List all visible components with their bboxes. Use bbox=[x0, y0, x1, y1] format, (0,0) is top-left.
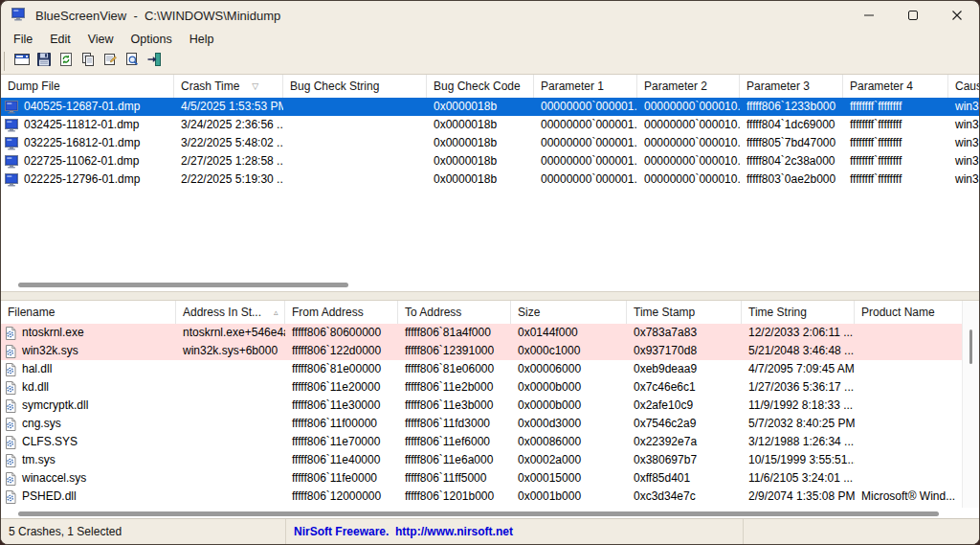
column-header-product-name[interactable]: Product Name bbox=[855, 301, 963, 324]
module-list-header: FilenameAddress In St...▵From AddressTo … bbox=[1, 301, 963, 325]
column-header-parameter-4[interactable]: Parameter 4 bbox=[843, 75, 948, 98]
column-header-address-in-st[interactable]: Address In St...▵ bbox=[176, 301, 285, 324]
column-header-parameter-1[interactable]: Parameter 1 bbox=[534, 75, 637, 98]
toolbar-button-dump-window[interactable] bbox=[11, 51, 33, 72]
column-header-time-stamp[interactable]: Time Stamp bbox=[627, 301, 742, 324]
maximize-button[interactable] bbox=[891, 1, 935, 30]
module-row[interactable]: kd.dllfffff806`11e20000fffff806`11e2b000… bbox=[1, 378, 963, 397]
column-header-label: Parameter 4 bbox=[850, 79, 913, 93]
column-header-dump-file[interactable]: Dump File bbox=[1, 75, 174, 98]
cell-text: cng.sys bbox=[22, 415, 61, 433]
cell-time-stamp: 0x937170d8 bbox=[627, 342, 742, 360]
column-header-bug-check-code[interactable]: Bug Check Code bbox=[427, 75, 534, 98]
cell-dump-file: 022725-11062-01.dmp bbox=[1, 152, 174, 170]
crash-row[interactable]: 032425-11812-01.dmp3/24/2025 2:36:56 ...… bbox=[1, 116, 979, 134]
cell-from-address: fffff806`11e70000 bbox=[285, 433, 398, 451]
module-row[interactable]: CLFS.SYSfffff806`11e70000fffff806`11ef60… bbox=[1, 433, 963, 451]
cell-parameter-4: ffffffff`ffffffff bbox=[843, 134, 948, 152]
menu-item-file[interactable]: File bbox=[5, 31, 41, 48]
module-row[interactable]: PSHED.dllfffff806`12000000fffff806`1201b… bbox=[1, 488, 963, 506]
title-bar: BlueScreenView - C:\WINDOWS\Minidump bbox=[1, 1, 979, 30]
column-header-caus[interactable]: Caus bbox=[948, 75, 979, 98]
minimize-button[interactable] bbox=[847, 1, 891, 30]
close-button[interactable] bbox=[935, 1, 979, 30]
cell-size: 0x0000b000 bbox=[511, 378, 627, 397]
upper-horizontal-scrollbar[interactable] bbox=[1, 279, 979, 291]
lower-vertical-scrollbar[interactable] bbox=[962, 301, 979, 508]
upper-hscroll-thumb[interactable] bbox=[18, 283, 348, 287]
bsod-monitor-icon bbox=[5, 173, 18, 187]
toolbar-button-save[interactable] bbox=[33, 51, 55, 72]
cell-from-address: fffff806`11f00000 bbox=[285, 415, 398, 433]
column-header-size[interactable]: Size bbox=[511, 301, 627, 324]
module-row[interactable]: hal.dllfffff806`81e00000fffff806`81e0600… bbox=[1, 360, 963, 378]
maximize-icon bbox=[908, 7, 918, 24]
sort-indicator-icon: ▵ bbox=[274, 308, 278, 317]
cell-size: 0x00015000 bbox=[511, 469, 627, 488]
cell-bug-check-code: 0x0000018b bbox=[427, 116, 534, 134]
toolbar-button-exit[interactable] bbox=[143, 51, 165, 72]
cell-filename: winaccel.sys bbox=[1, 469, 176, 488]
module-list-pane: FilenameAddress In St...▵From AddressTo … bbox=[1, 301, 979, 508]
column-header-time-string[interactable]: Time String bbox=[742, 301, 855, 324]
cell-size: 0x00006000 bbox=[511, 360, 627, 378]
menu-item-view[interactable]: View bbox=[79, 31, 122, 48]
cell-caus: win32 bbox=[948, 152, 979, 170]
cell-product-name bbox=[855, 433, 965, 451]
cell-time-string: 10/15/1999 3:55:51... bbox=[742, 451, 855, 469]
crash-row[interactable]: 040525-12687-01.dmp4/5/2025 1:53:53 PM0x… bbox=[1, 98, 979, 116]
menu-item-options[interactable]: Options bbox=[122, 31, 181, 48]
column-header-filename[interactable]: Filename bbox=[1, 301, 176, 324]
column-header-parameter-2[interactable]: Parameter 2 bbox=[637, 75, 740, 98]
cell-crash-time: 4/5/2025 1:53:53 PM bbox=[174, 98, 283, 116]
module-row[interactable]: symcryptk.dllfffff806`11e30000fffff806`1… bbox=[1, 397, 963, 415]
module-row[interactable]: ntoskrnl.exentoskrnl.exe+546e4afffff806`… bbox=[1, 324, 963, 342]
column-header-parameter-3[interactable]: Parameter 3 bbox=[740, 75, 843, 98]
column-header-label: Dump File bbox=[8, 79, 60, 93]
lower-vscroll-thumb[interactable] bbox=[969, 329, 972, 364]
toolbar-button-copy[interactable] bbox=[77, 51, 99, 72]
menu-item-help[interactable]: Help bbox=[181, 31, 223, 48]
cell-text: PSHED.dll bbox=[22, 488, 77, 506]
cell-product-name bbox=[855, 324, 965, 342]
pane-splitter[interactable] bbox=[1, 291, 979, 301]
module-row[interactable]: cng.sysfffff806`11f00000fffff806`11fd300… bbox=[1, 415, 963, 433]
cell-address-in-st bbox=[176, 378, 285, 397]
column-header-from-address[interactable]: From Address bbox=[285, 301, 398, 324]
cell-bug-check-code: 0x0000018b bbox=[427, 152, 534, 170]
column-header-crash-time[interactable]: Crash Time▽ bbox=[174, 75, 283, 98]
lower-hscroll-thumb[interactable] bbox=[18, 511, 939, 516]
nirsoft-link[interactable]: NirSoft Freeware. http://www.nirsoft.net bbox=[294, 525, 513, 538]
cell-time-string: 11/9/1992 8:18:33 ... bbox=[742, 397, 855, 415]
toolbar-button-find[interactable] bbox=[121, 51, 143, 72]
cell-to-address: fffff806`11ef6000 bbox=[398, 433, 511, 451]
cell-dump-file: 040525-12687-01.dmp bbox=[1, 98, 174, 116]
cell-text: CLFS.SYS bbox=[22, 433, 78, 451]
cell-from-address: fffff806`11e20000 bbox=[285, 378, 398, 397]
copy-icon bbox=[80, 52, 96, 71]
cell-address-in-st bbox=[176, 397, 285, 415]
crash-row[interactable]: 022725-11062-01.dmp2/27/2025 1:28:58 ...… bbox=[1, 152, 979, 170]
cell-parameter-4: ffffffff`ffffffff bbox=[843, 98, 948, 116]
crash-row[interactable]: 022225-12796-01.dmp2/22/2025 5:19:30 ...… bbox=[1, 170, 979, 189]
toolbar-grip[interactable] bbox=[4, 52, 7, 71]
module-row[interactable]: winaccel.sysfffff806`11fe0000fffff806`11… bbox=[1, 469, 963, 488]
cell-text: 032425-11812-01.dmp bbox=[24, 116, 140, 134]
module-row[interactable]: tm.sysfffff806`11e40000fffff806`11e6a000… bbox=[1, 451, 963, 469]
toolbar-button-properties[interactable] bbox=[99, 51, 121, 72]
toolbar-button-refresh[interactable] bbox=[55, 51, 77, 72]
cell-filename: CLFS.SYS bbox=[1, 433, 176, 451]
cell-time-string: 12/2/2033 2:06:11 ... bbox=[742, 324, 855, 342]
column-header-to-address[interactable]: To Address bbox=[398, 301, 511, 324]
cell-time-stamp: 0xc3d34e7c bbox=[627, 488, 742, 506]
cell-parameter-1: 00000000`000001... bbox=[534, 116, 637, 134]
cell-text: 032225-16812-01.dmp bbox=[24, 134, 140, 152]
module-row[interactable]: win32k.syswin32k.sys+6b000fffff806`122d0… bbox=[1, 342, 963, 360]
cell-product-name bbox=[855, 415, 965, 433]
module-list-rows: ntoskrnl.exentoskrnl.exe+546e4afffff806`… bbox=[1, 324, 963, 506]
cell-bug-check-code: 0x0000018b bbox=[427, 98, 534, 116]
cell-parameter-3: fffff804`1dc69000 bbox=[740, 116, 843, 134]
column-header-bug-check-string[interactable]: Bug Check String bbox=[283, 75, 427, 98]
crash-row[interactable]: 032225-16812-01.dmp3/22/2025 5:48:02 ...… bbox=[1, 134, 979, 152]
menu-item-edit[interactable]: Edit bbox=[41, 31, 79, 48]
